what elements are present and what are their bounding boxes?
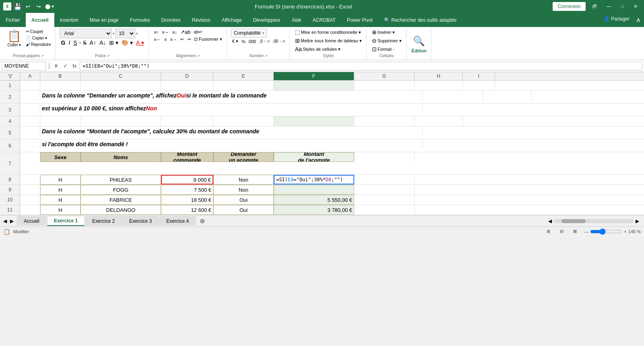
- number-format-selector[interactable]: Comptabilité ▾: [231, 29, 267, 37]
- tab-developpeur[interactable]: Développeur: [248, 13, 286, 27]
- cell-g11[interactable]: [354, 205, 415, 215]
- col-header-h[interactable]: H: [415, 72, 463, 80]
- save-icon[interactable]: 💾: [14, 3, 22, 10]
- row-header-2[interactable]: 2: [0, 91, 20, 103]
- alignement-expand[interactable]: ↗: [197, 54, 200, 58]
- zoom-slider[interactable]: [590, 228, 622, 235]
- cell-b4[interactable]: [40, 116, 80, 126]
- row-header-8[interactable]: 8: [0, 175, 20, 184]
- cancel-formula-button[interactable]: ✕: [52, 62, 60, 70]
- font-color-button[interactable]: A ▾: [135, 39, 145, 46]
- cell-f4[interactable]: [274, 116, 354, 126]
- cell-a6[interactable]: [20, 139, 40, 149]
- cell-instruction-4[interactable]: si l'acompte doit être demandé !: [40, 139, 423, 149]
- minimize-button[interactable]: —: [603, 3, 615, 10]
- cell-c10[interactable]: FABRICE: [80, 195, 161, 205]
- nombre-expand[interactable]: ↗: [264, 54, 268, 58]
- col-header-a[interactable]: A: [20, 72, 40, 80]
- number-format-dropdown[interactable]: ▾: [262, 31, 264, 35]
- align-center-button[interactable]: ≡: [163, 37, 168, 42]
- cell-d1[interactable]: [161, 81, 213, 90]
- cell-d4[interactable]: [161, 116, 213, 126]
- tab-rechercher[interactable]: 🔍 Rechercher des outils adaptés: [378, 13, 462, 27]
- cell-a9[interactable]: [20, 185, 40, 195]
- thousands-button[interactable]: 000: [248, 39, 257, 44]
- tab-accueil[interactable]: Accueil: [26, 13, 54, 27]
- cell-g10[interactable]: [354, 195, 415, 205]
- restore-icon[interactable]: 🗗: [589, 3, 600, 10]
- add-sheet-button[interactable]: ⊕: [196, 216, 208, 226]
- sheet-nav-left[interactable]: ◀: [2, 218, 8, 225]
- connexion-button[interactable]: Connexion: [553, 2, 585, 11]
- collapse-ribbon-button[interactable]: ∧: [633, 13, 644, 27]
- tab-revision[interactable]: Révision: [186, 13, 216, 27]
- row-header-1[interactable]: 1: [0, 81, 20, 90]
- sous-forme-tableau-button[interactable]: ⊞ Mettre sous forme de tableau ▾: [294, 37, 363, 44]
- inserer-button[interactable]: ⊕ Insérer ▾: [371, 29, 396, 36]
- col-header-g[interactable]: G: [354, 72, 415, 80]
- col-header-b[interactable]: B: [40, 72, 80, 80]
- fill-color-button[interactable]: 🎨 ▾: [120, 39, 134, 46]
- scrollbar-thumb[interactable]: [561, 219, 586, 223]
- cell-b9[interactable]: H: [40, 185, 80, 195]
- cell-d10[interactable]: 18 500 €: [161, 195, 213, 205]
- cell-b8[interactable]: H: [40, 175, 80, 184]
- align-bottom-button[interactable]: ≡↓: [171, 29, 178, 35]
- cell-e7-header[interactable]: Demanderun acompte: [213, 152, 274, 162]
- percent-button[interactable]: %: [240, 39, 247, 44]
- row-header-3[interactable]: 3: [0, 104, 20, 116]
- indent-more-button[interactable]: ⇒: [186, 36, 192, 42]
- tab-acrobat[interactable]: ACROBAT: [307, 13, 341, 27]
- decrease-font-button[interactable]: A↓: [98, 39, 107, 46]
- cell-g9[interactable]: [354, 185, 415, 195]
- select-all-button[interactable]: ▽: [0, 72, 20, 80]
- decimal-more-button[interactable]: ,0←.0: [258, 39, 270, 44]
- police-expand[interactable]: ↗: [107, 54, 110, 58]
- wrap-text-button[interactable]: ab↵: [192, 29, 203, 35]
- row-header-10[interactable]: 10: [0, 195, 20, 205]
- cell-d8[interactable]: 8 000 €: [161, 175, 213, 184]
- currency-button[interactable]: € ▾: [231, 38, 239, 44]
- merge-button[interactable]: ⊡ Fusionner ▾: [193, 36, 223, 42]
- row-header-11[interactable]: 11: [0, 205, 20, 215]
- cell-b11[interactable]: H: [40, 205, 80, 215]
- horizontal-scrollbar[interactable]: [553, 219, 634, 223]
- sheet-nav-right[interactable]: ▶: [8, 218, 15, 225]
- share-button[interactable]: 👤 Partager: [601, 13, 633, 27]
- cell-a4[interactable]: [20, 116, 40, 126]
- decimal-less-button[interactable]: .00→,0: [271, 39, 286, 44]
- align-left-button[interactable]: ≡←: [153, 37, 162, 42]
- col-header-c[interactable]: C: [80, 72, 161, 80]
- sheet-tab-exercice1[interactable]: Exercice 1: [47, 216, 85, 226]
- cell-c8[interactable]: PHILEAS: [80, 175, 161, 184]
- cell-g2[interactable]: [423, 91, 483, 100]
- cell-a11[interactable]: [20, 205, 40, 215]
- page-layout-button[interactable]: ⊟: [557, 228, 566, 235]
- orientation-button[interactable]: ↗ab: [179, 29, 192, 35]
- sheet-scroll-left[interactable]: ◀: [548, 218, 552, 224]
- cell-c9[interactable]: FOGG: [80, 185, 161, 195]
- cell-instruction-2[interactable]: est supérieur à 10 000 €, sinon affichez…: [40, 104, 423, 113]
- zoom-in-button[interactable]: +: [624, 229, 626, 234]
- cell-a2[interactable]: [20, 91, 40, 100]
- cell-b1[interactable]: [40, 81, 80, 90]
- sheet-scroll-right[interactable]: ▶: [636, 218, 639, 224]
- cell-a1[interactable]: [20, 81, 40, 90]
- tab-power-pivot[interactable]: Power Pivot: [341, 13, 378, 27]
- cell-instruction-1[interactable]: Dans la colonne "Demander un acompte", a…: [40, 91, 423, 100]
- bold-button[interactable]: G: [60, 39, 66, 46]
- zoom-out-button[interactable]: —: [584, 229, 588, 234]
- cell-f1[interactable]: [274, 81, 354, 90]
- styles-cellules-button[interactable]: Aa Styles de cellules ▾: [294, 46, 342, 53]
- col-header-f[interactable]: F: [274, 72, 354, 80]
- cell-b10[interactable]: H: [40, 195, 80, 205]
- cell-e11[interactable]: Oui: [213, 205, 274, 215]
- cell-e9[interactable]: Non: [213, 185, 274, 195]
- cell-a3[interactable]: [20, 104, 40, 113]
- cell-a8[interactable]: [20, 175, 40, 184]
- tab-formules[interactable]: Formules: [124, 13, 156, 27]
- cell-instruction-3[interactable]: Dans la colonne "Montant de l'acompte", …: [40, 126, 423, 136]
- size-dropdown-arrow[interactable]: ▾: [136, 32, 138, 35]
- cell-f8[interactable]: =SI(E8="Oui";30%*D8;""): [274, 175, 354, 184]
- align-middle-button[interactable]: ≡↔: [161, 29, 170, 35]
